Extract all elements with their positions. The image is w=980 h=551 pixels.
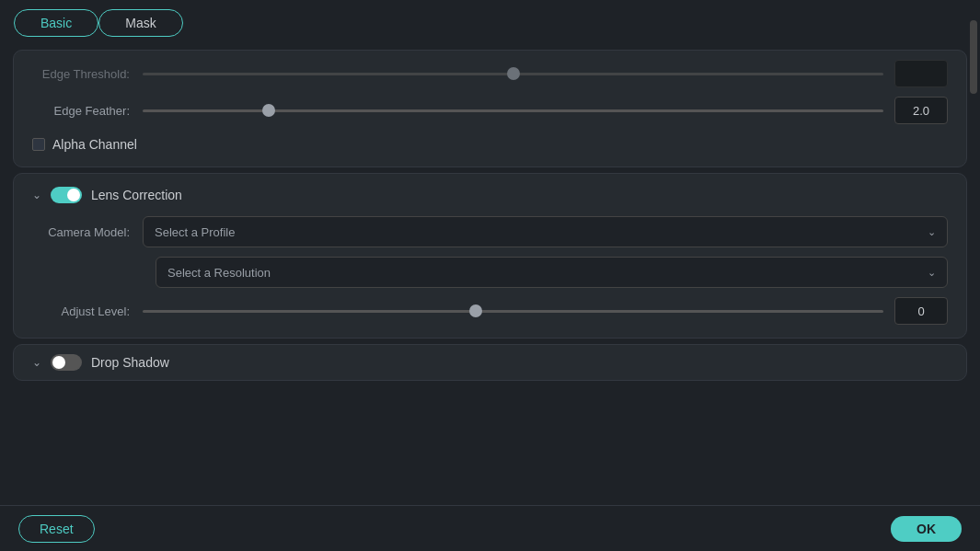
drop-shadow-toggle-knob <box>52 356 65 369</box>
lens-correction-title: Lens Correction <box>91 188 182 202</box>
lens-correction-chevron[interactable]: ⌄ <box>32 189 41 201</box>
alpha-channel-checkbox[interactable] <box>32 138 45 151</box>
adjust-level-value[interactable]: 0 <box>894 297 948 325</box>
lens-correction-card: ⌄ Lens Correction Camera Model: Select a… <box>13 173 967 339</box>
lens-correction-header: ⌄ Lens Correction <box>32 187 948 203</box>
drop-shadow-title: Drop Shadow <box>91 355 169 370</box>
adjust-level-track <box>143 310 883 313</box>
adjust-level-label: Adjust Level: <box>32 304 143 318</box>
edge-threshold-track <box>143 73 883 75</box>
adjust-level-slider-container[interactable] <box>143 302 883 320</box>
edge-threshold-thumb[interactable] <box>507 67 520 80</box>
edge-feather-label: Edge Feather: <box>32 104 143 118</box>
alpha-channel-row[interactable]: Alpha Channel <box>32 133 948 152</box>
tab-bar: Basic Mask <box>0 0 980 46</box>
lens-correction-toggle-knob <box>67 189 80 201</box>
resolution-row: Select a Resolution ⌄ <box>32 257 948 288</box>
alpha-channel-label: Alpha Channel <box>52 137 137 152</box>
camera-model-label: Camera Model: <box>32 225 143 239</box>
reset-button[interactable]: Reset <box>18 515 95 543</box>
edge-threshold-value[interactable] <box>894 60 948 87</box>
edge-threshold-row: Edge Threshold: <box>32 60 948 87</box>
edge-threshold-slider-container[interactable] <box>143 64 883 83</box>
adjust-level-row: Adjust Level: 0 <box>32 297 948 325</box>
drop-shadow-header: ⌄ Drop Shadow <box>32 354 948 371</box>
resolution-chevron-icon: ⌄ <box>928 267 936 279</box>
edge-threshold-label: Edge Threshold: <box>32 67 143 81</box>
edge-feather-thumb[interactable] <box>262 104 275 117</box>
edge-feather-track <box>143 109 883 112</box>
camera-model-chevron-icon: ⌄ <box>928 226 936 238</box>
resolution-dropdown[interactable]: Select a Resolution ⌄ <box>156 257 948 288</box>
scrollbar-thumb[interactable] <box>970 20 977 94</box>
drop-shadow-card: ⌄ Drop Shadow <box>13 344 967 381</box>
resolution-placeholder: Select a Resolution <box>167 266 271 280</box>
edge-feather-slider-container[interactable] <box>143 101 883 120</box>
adjust-level-thumb[interactable] <box>469 304 482 317</box>
tab-mask[interactable]: Mask <box>98 9 182 37</box>
edge-feather-row: Edge Feather: 2.0 <box>32 97 948 124</box>
scrollbar-track[interactable] <box>967 0 980 551</box>
camera-model-row: Camera Model: Select a Profile ⌄ <box>32 216 948 247</box>
ok-button[interactable]: OK <box>891 516 962 542</box>
edge-feather-value[interactable]: 2.0 <box>894 97 948 124</box>
lens-correction-toggle[interactable] <box>51 187 82 203</box>
camera-model-dropdown[interactable]: Select a Profile ⌄ <box>143 216 948 247</box>
camera-model-placeholder: Select a Profile <box>155 225 235 239</box>
tab-basic[interactable]: Basic <box>14 9 98 37</box>
drop-shadow-toggle[interactable] <box>51 354 82 371</box>
bottom-bar: Reset OK <box>0 505 980 551</box>
top-section-card: Edge Threshold: Edge Feather: 2.0 Alpha … <box>13 50 967 167</box>
drop-shadow-chevron[interactable]: ⌄ <box>32 356 41 369</box>
